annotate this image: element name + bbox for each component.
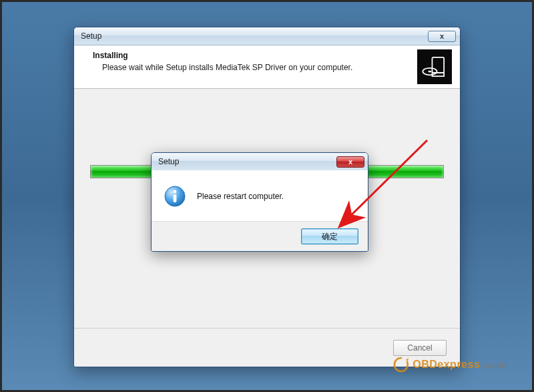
wizard-header: Installing Please wait while Setup insta… — [74, 45, 460, 89]
watermark-brand: OBDexpress — [413, 359, 480, 370]
msgbox-body: Please restart computer. — [152, 170, 368, 221]
wizard-close-button[interactable]: x — [428, 31, 456, 42]
svg-rect-0 — [419, 51, 450, 82]
wizard-titlebar[interactable]: Setup x — [74, 27, 460, 45]
msgbox-titlebar[interactable]: Setup x — [152, 153, 368, 170]
wizard-title: Setup — [81, 31, 428, 41]
info-icon — [164, 185, 186, 208]
close-icon: x — [440, 32, 444, 40]
wizard-header-title: Installing — [93, 51, 352, 60]
wizard-header-subtitle: Please wait while Setup installs MediaTe… — [93, 63, 352, 72]
msgbox-message: Please restart computer. — [197, 192, 284, 201]
watermark-logo-icon — [392, 356, 410, 373]
watermark: OBDexpress.co.uk — [392, 356, 507, 373]
ok-button[interactable]: 确定 — [301, 228, 358, 244]
watermark-suffix: .co.uk — [480, 361, 507, 370]
msgbox-footer: 确定 — [152, 221, 368, 251]
msgbox-close-button[interactable]: x — [336, 156, 364, 168]
ok-button-label: 确定 — [322, 231, 338, 242]
installer-disc-icon — [417, 49, 452, 84]
cancel-button-label: Cancel — [407, 343, 432, 353]
close-icon: x — [348, 158, 352, 166]
cancel-button[interactable]: Cancel — [393, 340, 447, 356]
svg-rect-7 — [174, 194, 177, 202]
wizard-header-text: Installing Please wait while Setup insta… — [93, 51, 352, 72]
svg-point-6 — [174, 190, 177, 194]
svg-point-4 — [428, 71, 431, 73]
setup-wizard-window: Setup x Installing Please wait while Set… — [73, 27, 461, 367]
msgbox-title: Setup — [158, 157, 336, 166]
watermark-text: OBDexpress.co.uk — [413, 359, 507, 371]
restart-message-dialog: Setup x — [151, 152, 368, 252]
wizard-body: Setup x — [74, 89, 460, 328]
